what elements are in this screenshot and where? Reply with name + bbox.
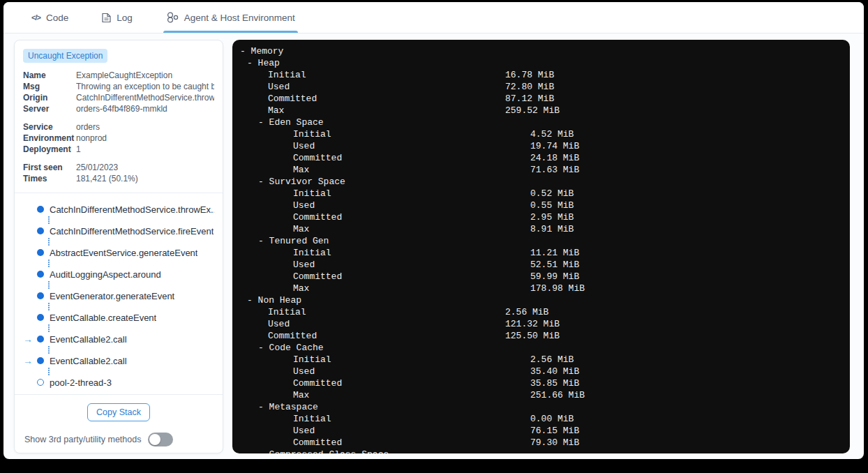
tree-row-label: Used <box>293 425 530 437</box>
pointer-arrow-icon: → <box>23 334 37 344</box>
stack-frame[interactable]: →EventCallable.createEvent <box>23 311 214 324</box>
tree-row-value: 24.18 MiB <box>530 152 579 164</box>
tree-row-label: Initial <box>293 413 530 425</box>
tree-row-value: 8.91 MiB <box>530 223 574 235</box>
tree-branch-row[interactable]: - Heap <box>232 57 850 69</box>
tree-row-label: - Metaspace <box>258 401 495 413</box>
tree-value-row: Used35.40 MiB <box>232 366 850 377</box>
third-party-toggle-switch[interactable] <box>148 433 173 446</box>
divider <box>15 193 223 193</box>
tree-row-value: 121.32 MiB <box>505 318 560 330</box>
agent-environment-icon <box>166 11 179 24</box>
tree-value-row: Max178.98 MiB <box>232 283 850 294</box>
agent-memory-tree[interactable]: - Memory- HeapInitial16.78 MiBUsed72.80 … <box>232 40 850 453</box>
stack-frame-label: pool-2-thread-3 <box>50 377 112 388</box>
tree-row-label: Committed <box>268 330 505 342</box>
tree-row-label: Max <box>293 164 530 176</box>
stack-trace-list: →CatchInDifferentMethodService.throwEx..… <box>23 195 214 393</box>
stack-frame-label: EventGenerator.generateEvent <box>50 291 174 301</box>
stack-frame[interactable]: →CatchInDifferentMethodService.fireEvent <box>23 225 214 237</box>
divider <box>15 394 223 395</box>
third-party-toggle-row: Show 3rd party/utility methods <box>23 424 214 448</box>
tab-bar: </> Code Log Agent & Host Environment <box>3 2 864 33</box>
frame-dot-icon <box>37 336 44 343</box>
stack-frame[interactable]: →EventCallable2.call <box>23 354 214 367</box>
tree-value-row: Committed59.99 MiB <box>232 271 850 283</box>
tab-log[interactable]: Log <box>102 2 133 33</box>
stack-frame[interactable]: →EventCallable2.call <box>23 333 214 345</box>
tree-value-row: Used19.74 MiB <box>232 140 850 152</box>
tree-branch-row[interactable]: - Eden Space <box>232 117 850 128</box>
stack-frame[interactable]: →pool-2-thread-3 <box>23 376 214 389</box>
tree-value-row: Max8.91 MiB <box>232 223 850 235</box>
dotted-connector <box>48 237 214 246</box>
dotted-connector <box>48 367 214 376</box>
tree-row-label: Max <box>293 389 530 401</box>
tree-branch-row[interactable]: - Non Heap <box>232 294 850 306</box>
field-value: orders-64fb4f869-mmkld <box>76 103 214 114</box>
dotted-connector <box>48 302 214 311</box>
tree-value-row: Initial2.56 MiB <box>232 306 850 318</box>
tab-agent-host-environment[interactable]: Agent & Host Environment <box>166 2 295 33</box>
copy-stack-row: Copy Stack <box>23 396 214 424</box>
tree-branch-row[interactable]: - Survivor Space <box>232 176 850 188</box>
tree-branch-row[interactable]: - Metaspace <box>232 401 850 413</box>
field-label: Environment <box>23 133 76 144</box>
tree-value-row: Initial16.78 MiB <box>232 69 850 81</box>
tree-value-row: Committed87.12 MiB <box>232 93 850 105</box>
tree-value-row: Committed24.18 MiB <box>232 152 850 164</box>
tree-branch-row[interactable]: - Tenured Gen <box>232 235 850 247</box>
field-row: Serviceorders <box>23 121 214 133</box>
tree-row-label: Used <box>293 259 530 271</box>
tree-row-label: Used <box>268 81 505 93</box>
tree-value-row: Max259.52 MiB <box>232 105 850 117</box>
field-group: ServiceordersEnvironmentnonprodDeploymen… <box>23 121 214 155</box>
tree-row-value: 178.98 MiB <box>530 283 585 294</box>
frame-dot-icon <box>37 249 44 256</box>
stack-frame[interactable]: →CatchInDifferentMethodService.throwEx..… <box>23 203 214 216</box>
tab-log-label: Log <box>117 13 133 23</box>
tree-branch-row[interactable]: - Compressed Class Space <box>232 449 850 453</box>
exception-details-panel: Uncaught Exception NameExampleCaughtExce… <box>14 40 223 453</box>
stack-frame-label: AbstractEventService.generateEvent <box>50 248 197 258</box>
stack-frame-label: EventCallable2.call <box>50 334 127 345</box>
tree-branch-row[interactable]: - Memory <box>232 45 850 57</box>
tree-row-label: - Survivor Space <box>258 176 495 188</box>
tab-agent-label: Agent & Host Environment <box>184 13 295 23</box>
tree-row-value: 0.00 MiB <box>530 413 574 425</box>
field-row: OriginCatchInDifferentMethodService.thro… <box>23 92 214 103</box>
frame-dot-icon <box>37 271 44 278</box>
frame-dot-icon <box>37 227 44 234</box>
dotted-connector <box>48 324 214 333</box>
tree-row-label: - Code Cache <box>258 342 495 354</box>
tree-row-label: - Memory <box>240 45 477 57</box>
tree-value-row: Used72.80 MiB <box>232 81 850 93</box>
tree-row-label: Used <box>293 366 530 377</box>
tree-row-label: Max <box>293 283 530 294</box>
stack-frame[interactable]: →AuditLoggingAspect.around <box>23 268 214 280</box>
field-label: Times <box>23 173 76 184</box>
dotted-connector <box>48 259 214 268</box>
field-row: Deployment1 <box>23 144 214 155</box>
copy-stack-button[interactable]: Copy Stack <box>87 403 150 421</box>
stack-frame[interactable]: →AbstractEventService.generateEvent <box>23 246 214 259</box>
app-window: </> Code Log Agent & Host Environment Un… <box>3 2 864 459</box>
field-label: First seen <box>23 162 76 173</box>
tree-row-value: 79.30 MiB <box>530 437 579 449</box>
tree-value-row: Initial11.21 MiB <box>232 247 850 259</box>
tree-branch-row[interactable]: - Code Cache <box>232 342 850 354</box>
tree-row-label: Used <box>293 140 530 152</box>
tree-row-value: 2.56 MiB <box>530 354 574 366</box>
frame-dot-icon <box>37 206 44 213</box>
code-icon: </> <box>31 13 40 22</box>
tree-value-row: Committed79.30 MiB <box>232 437 850 449</box>
frame-dot-icon <box>37 314 44 321</box>
pointer-arrow-icon: → <box>23 356 37 366</box>
tab-code[interactable]: </> Code <box>31 2 68 33</box>
stack-frame[interactable]: →EventGenerator.generateEvent <box>23 290 214 302</box>
field-value: orders <box>76 121 214 133</box>
tree-row-label: Committed <box>293 377 530 389</box>
stack-frame-label: EventCallable.createEvent <box>50 313 156 323</box>
tree-row-value: 2.95 MiB <box>530 211 574 223</box>
field-row: Serverorders-64fb4f869-mmkld <box>23 103 214 114</box>
